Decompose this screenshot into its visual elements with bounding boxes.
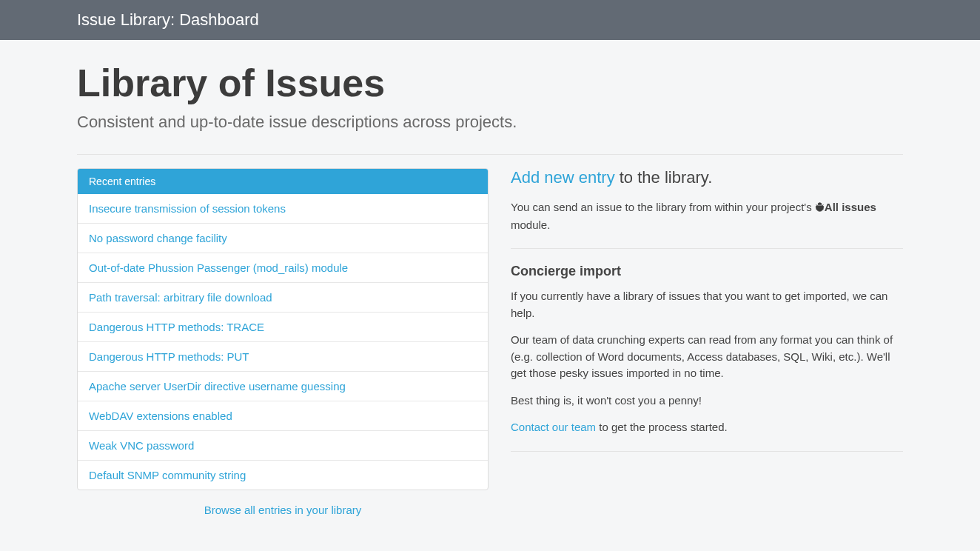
send-suffix: module.	[511, 218, 550, 231]
topbar-title: Issue Library: Dashboard	[77, 10, 903, 30]
recent-entries-header: Recent entries	[78, 169, 488, 194]
add-new-entry-link[interactable]: Add new entry	[511, 168, 615, 187]
entry-link[interactable]: Dangerous HTTP methods: PUT	[89, 350, 249, 363]
entry-link[interactable]: No password change facility	[89, 232, 227, 244]
all-issues-label: All issues	[825, 201, 876, 213]
list-item: Default SNMP community string	[78, 460, 488, 490]
browse-all-link[interactable]: Browse all entries in your library	[204, 504, 362, 516]
topbar: Issue Library: Dashboard	[0, 0, 980, 40]
page-subtitle: Consistent and up-to-date issue descript…	[77, 113, 903, 132]
entry-link[interactable]: WebDAV extensions enabled	[89, 410, 232, 422]
list-item: No password change facility	[78, 223, 488, 253]
list-item: Weak VNC password	[78, 430, 488, 460]
entry-link[interactable]: Apache server UserDir directive username…	[89, 380, 346, 393]
contact-team-link[interactable]: Contact our team	[511, 421, 596, 433]
entry-link[interactable]: Dangerous HTTP methods: TRACE	[89, 321, 264, 333]
list-item: Out-of-date Phussion Passenger (mod_rail…	[78, 253, 488, 282]
send-issue-text: You can send an issue to the library fro…	[511, 199, 903, 233]
concierge-heading: Concierge import	[511, 264, 903, 279]
add-entry-suffix: to the library.	[615, 168, 713, 187]
list-item: WebDAV extensions enabled	[78, 401, 488, 430]
list-item: Dangerous HTTP methods: PUT	[78, 341, 488, 371]
browse-all-wrapper: Browse all entries in your library	[77, 504, 489, 516]
divider	[77, 154, 903, 155]
entry-link[interactable]: Path traversal: arbitrary file download	[89, 291, 272, 304]
concierge-p3: Best thing is, it won't cost you a penny…	[511, 393, 903, 410]
list-item: Apache server UserDir directive username…	[78, 371, 488, 401]
entry-link[interactable]: Weak VNC password	[89, 439, 194, 452]
add-entry-heading: Add new entry to the library.	[511, 168, 903, 187]
divider	[511, 248, 903, 249]
recent-entries-panel: Recent entries Insecure transmission of …	[77, 168, 489, 490]
contact-suffix: to get the process started.	[596, 421, 728, 433]
list-item: Path traversal: arbitrary file download	[78, 282, 488, 312]
entry-link[interactable]: Default SNMP community string	[89, 469, 246, 481]
divider	[511, 451, 903, 452]
send-prefix: You can send an issue to the library fro…	[511, 201, 815, 213]
contact-line: Contact our team to get the process star…	[511, 419, 903, 436]
concierge-p1: If you currently have a library of issue…	[511, 288, 903, 321]
list-item: Dangerous HTTP methods: TRACE	[78, 312, 488, 341]
page-title: Library of Issues	[77, 61, 903, 105]
concierge-p2: Our team of data crunching experts can r…	[511, 332, 903, 382]
entry-link[interactable]: Insecure transmission of session tokens	[89, 202, 286, 215]
entry-link[interactable]: Out-of-date Phussion Passenger (mod_rail…	[89, 261, 348, 274]
bug-icon	[815, 200, 825, 217]
list-item: Insecure transmission of session tokens	[78, 194, 488, 223]
recent-entries-list: Insecure transmission of session tokens …	[78, 194, 488, 490]
